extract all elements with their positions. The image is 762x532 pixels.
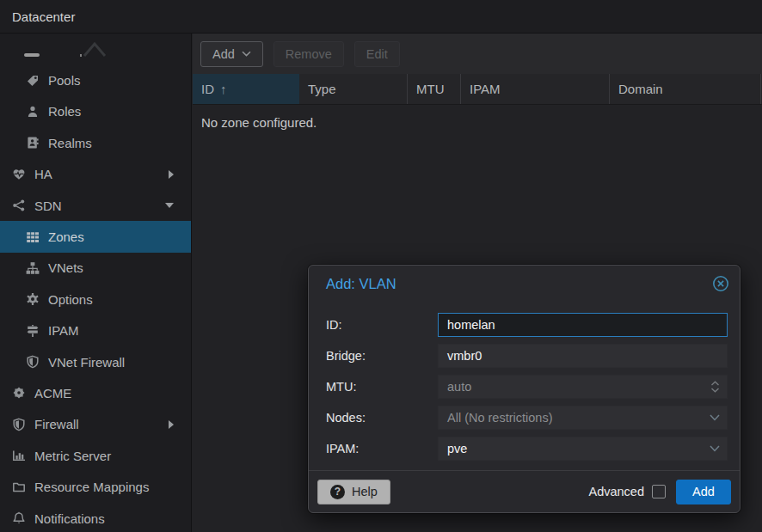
clipped-icon (24, 53, 40, 57)
shield-icon (25, 355, 40, 370)
bell-icon (11, 511, 26, 526)
zones-table-header: ID ↑ Type MTU IPAM Domain (193, 74, 762, 105)
question-mark-icon: ? (330, 485, 345, 499)
column-header-mtu[interactable]: MTU (408, 74, 461, 104)
grid-icon (25, 229, 40, 244)
field-row-id: ID: homelan (326, 313, 728, 337)
chevron-down-icon (242, 51, 251, 57)
id-input[interactable]: homelan (438, 313, 728, 337)
certificate-icon (11, 386, 26, 401)
column-header-domain[interactable]: Domain (610, 74, 761, 104)
sidebar-item-label: IPAM (48, 323, 79, 338)
expand-right-icon[interactable] (169, 420, 174, 429)
sidebar-item-pools[interactable]: Pools (0, 64, 191, 95)
nodes-select[interactable]: All (No restrictions) (438, 406, 728, 430)
zones-table-body: No zone configured. (193, 105, 762, 140)
sidebar-item-ha[interactable]: HA (0, 159, 191, 190)
sidebar: Pools Roles Realms HA SDN Zones (0, 34, 192, 532)
chevron-up-icon (83, 41, 107, 58)
sidebar-item-ipam[interactable]: IPAM (0, 315, 191, 346)
id-label: ID: (326, 318, 438, 332)
expand-down-icon[interactable] (165, 203, 174, 208)
dialog-title: Add: VLAN (326, 276, 396, 292)
empty-table-text: No zone configured. (201, 115, 316, 130)
sidebar-item-label: Roles (48, 104, 81, 119)
sidebar-item-label: HA (34, 167, 52, 181)
dialog-body: ID: homelan Bridge: vmbr0 MTU: auto Node… (309, 302, 740, 461)
sidebar-item-firewall[interactable]: Firewall (0, 409, 191, 440)
top-bar: Datacenter (0, 0, 762, 34)
sidebar-item-metric-server[interactable]: Metric Server (0, 440, 191, 471)
sidebar-item-label: Firewall (34, 417, 79, 431)
sidebar-item-label: VNet Firewall (48, 355, 125, 370)
sidebar-item-label: Realms (48, 136, 92, 150)
expand-right-icon[interactable] (169, 170, 174, 179)
dialog-footer: ? Help Advanced Add (309, 470, 740, 512)
sidebar-item-label: ACME (34, 386, 71, 401)
sidebar-item-label: Metric Server (34, 449, 111, 463)
add-vlan-dialog: Add: VLAN ID: homelan Bridge: vmbr0 MTU:… (308, 265, 740, 513)
dialog-header[interactable]: Add: VLAN (309, 266, 740, 302)
field-row-bridge: Bridge: vmbr0 (326, 344, 728, 368)
sidebar-item-roles[interactable]: Roles (0, 96, 191, 127)
bar-chart-icon (11, 449, 26, 463)
sidebar-item-clipped[interactable] (0, 34, 191, 64)
sort-ascending-icon: ↑ (220, 82, 227, 96)
column-header-id[interactable]: ID ↑ (193, 74, 299, 104)
advanced-label: Advanced (589, 485, 645, 498)
sidebar-item-realms[interactable]: Realms (0, 127, 191, 158)
add-button[interactable]: Add (200, 41, 263, 67)
ipam-select[interactable]: pve (438, 437, 728, 461)
column-header-ipam[interactable]: IPAM (461, 74, 610, 104)
sidebar-item-sdn[interactable]: SDN (0, 190, 191, 221)
text-cursor (496, 318, 498, 332)
sidebar-item-vnets[interactable]: VNets (0, 253, 191, 284)
user-icon (25, 104, 40, 119)
remove-button[interactable]: Remove (273, 41, 344, 67)
heartbeat-icon (11, 167, 26, 181)
sidebar-item-label: VNets (48, 260, 83, 275)
sidebar-item-notifications[interactable]: Notifications (0, 503, 191, 532)
mtu-input[interactable]: auto (438, 375, 728, 399)
sidebar-item-options[interactable]: Options (0, 284, 191, 315)
edit-button[interactable]: Edit (354, 41, 400, 67)
sidebar-item-zones[interactable]: Zones (0, 221, 191, 252)
folder-icon (11, 480, 26, 494)
sidebar-item-label: Resource Mappings (34, 480, 149, 494)
sidebar-item-acme[interactable]: ACME (0, 377, 191, 408)
page-title: Datacenter (12, 9, 75, 24)
network-icon (11, 199, 26, 213)
gear-icon (25, 292, 40, 307)
sidebar-item-vnet-firewall[interactable]: VNet Firewall (0, 346, 191, 377)
help-button[interactable]: ? Help (317, 480, 390, 504)
address-book-icon (25, 136, 40, 150)
field-row-ipam: IPAM: pve (326, 437, 728, 461)
bridge-label: Bridge: (326, 349, 438, 363)
advanced-checkbox[interactable] (652, 485, 666, 498)
sidebar-item-label: Pools (48, 73, 81, 88)
shield-icon (11, 417, 26, 431)
sitemap-icon (25, 260, 40, 275)
field-row-mtu: MTU: auto (326, 375, 728, 399)
column-header-type[interactable]: Type (299, 74, 408, 104)
sidebar-item-resource-mappings[interactable]: Resource Mappings (0, 471, 191, 502)
sidebar-item-label: Zones (48, 229, 84, 244)
sidebar-item-label: Options (48, 292, 93, 307)
chevron-down-icon[interactable] (709, 444, 721, 453)
map-signs-icon (25, 323, 40, 338)
bridge-input[interactable]: vmbr0 (438, 344, 728, 368)
sidebar-item-label: Notifications (34, 511, 105, 526)
mtu-label: MTU: (326, 380, 438, 394)
zones-toolbar: Add Remove Edit (193, 34, 762, 74)
submit-add-button[interactable]: Add (676, 480, 731, 504)
spinner-up-down-icon[interactable] (710, 380, 721, 394)
sidebar-item-label: SDN (34, 199, 62, 213)
chevron-down-icon[interactable] (709, 413, 721, 422)
nodes-label: Nodes: (326, 411, 438, 425)
close-icon[interactable] (712, 275, 729, 292)
ipam-label: IPAM: (326, 442, 438, 456)
field-row-nodes: Nodes: All (No restrictions) (326, 406, 728, 430)
tag-icon (25, 73, 40, 88)
